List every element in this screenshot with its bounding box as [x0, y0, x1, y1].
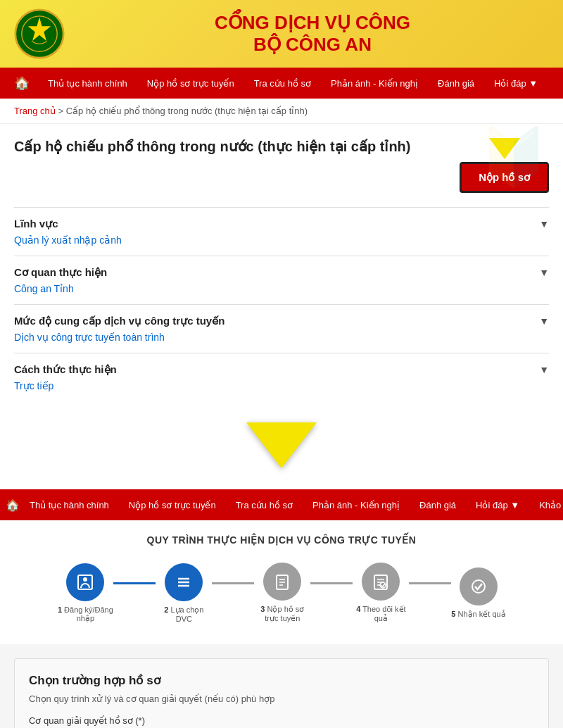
- chevron-down-icon-4: ▼: [539, 364, 549, 375]
- connector-1-2: [113, 582, 156, 584]
- big-arrow-down: [246, 422, 317, 468]
- header: CỔNG DỊCH VỤ CÔNG BỘ CÔNG AN: [0, 0, 563, 68]
- chevron-down-icon: ▼: [539, 218, 549, 230]
- accordion-muc-do: Mức độ cung cấp dịch vụ công trực tuyến …: [14, 304, 549, 353]
- accordion-value-linh-vuc: Quản lý xuất nhập cảnh: [14, 234, 549, 246]
- accordion-value-cach-thuc: Trực tiếp: [14, 380, 549, 391]
- accordion-title-linh-vuc: Lĩnh vực: [14, 218, 58, 230]
- bottom-nav-danh-gia[interactable]: Đánh giá: [410, 489, 466, 520]
- step-circle-5: [460, 567, 498, 605]
- step-label-5: 5 Nhận kết quả: [451, 610, 505, 619]
- header-title1: CỔNG DỊCH VỤ CÔNG: [215, 12, 410, 34]
- step-label-4: 4 Theo dõi kết quả: [353, 605, 409, 623]
- form-section-title: Chọn trường hợp hồ sơ: [29, 673, 534, 688]
- step-3: 3 Nộp hồ sơ trực tuyến: [254, 563, 310, 623]
- bottom-home-icon[interactable]: 🏠: [6, 498, 20, 512]
- step-1: 1 Đăng ký/Đăng nhập: [57, 563, 113, 623]
- bottom-nav-thu-tuc[interactable]: Thủ tục hành chính: [20, 489, 119, 520]
- form-section: Chọn trường hợp hồ sơ Chọn quy trình xử …: [14, 658, 549, 728]
- nav-item-danh-gia[interactable]: Đánh giá: [428, 68, 484, 99]
- form-subtitle: Chọn quy trình xử lý và cơ quan giải quy…: [29, 694, 534, 704]
- co-quan-label: Cơ quan giải quyết hồ sơ (*): [29, 715, 534, 726]
- nop-ho-so-button[interactable]: Nộp hồ sơ: [460, 162, 549, 193]
- accordion-linh-vuc: Lĩnh vực ▼ Quản lý xuất nhập cảnh: [14, 207, 549, 256]
- step-label-1: 1 Đăng ký/Đăng nhập: [57, 605, 113, 623]
- step-5: 5 Nhận kết quả: [451, 567, 505, 619]
- connector-2-3: [212, 582, 254, 584]
- steps-container: 1 Đăng ký/Đăng nhập 2 Lựa chọn DVC: [14, 563, 549, 623]
- step-circle-3: [263, 563, 301, 601]
- step-label-2: 2 Lựa chọn DVC: [156, 605, 212, 623]
- step-4: 4 Theo dõi kết quả: [353, 563, 409, 623]
- accordion-title-co-quan: Cơ quan thực hiện: [14, 266, 107, 279]
- breadcrumb-separator: >: [58, 106, 65, 116]
- connector-4-5: [409, 582, 451, 584]
- arrow-down-indicator: [489, 138, 520, 159]
- bottom-nav-tra-cuu[interactable]: Tra cứu hồ sơ: [226, 489, 303, 520]
- top-nav: 🏠 Thủ tục hành chính Nộp hồ sơ trực tuyế…: [0, 68, 563, 99]
- bottom-nav-nop-ho-so[interactable]: Nộp hồ sơ trực tuyến: [119, 489, 226, 520]
- process-title: QUY TRÌNH THỰC HIỆN DỊCH VỤ CÔNG TRỰC TU…: [14, 534, 549, 546]
- logo: [14, 8, 65, 59]
- chevron-down-icon-2: ▼: [539, 267, 549, 278]
- nop-ho-so-wrapper: Nộp hồ sơ: [460, 138, 549, 193]
- accordion-title-muc-do: Mức độ cung cấp dịch vụ công trực tuyến: [14, 315, 224, 327]
- bottom-nav: 🏠 Thủ tục hành chính Nộp hồ sơ trực tuyế…: [0, 489, 563, 520]
- process-section: QUY TRÌNH THỰC HIỆN DỊCH VỤ CÔNG TRỰC TU…: [0, 520, 563, 644]
- bottom-nav-phan-anh[interactable]: Phản ánh - Kiến nghị: [303, 489, 410, 520]
- accordion-value-co-quan: Công an Tỉnh: [14, 283, 549, 294]
- connector-3-4: [310, 582, 353, 584]
- breadcrumb-home[interactable]: Trang chủ: [14, 106, 56, 116]
- step-circle-1: [66, 563, 104, 601]
- page-title: Cấp hộ chiếu phổ thông trong nước (thực …: [14, 138, 460, 155]
- chevron-down-icon-3: ▼: [539, 315, 549, 327]
- nav-item-tra-cuu[interactable]: Tra cứu hồ sơ: [244, 68, 321, 99]
- step-circle-4: [362, 563, 400, 601]
- nav-item-nop-ho-so[interactable]: Nộp hồ sơ trực tuyến: [137, 68, 244, 99]
- step-label-3: 3 Nộp hồ sơ trực tuyến: [254, 605, 310, 623]
- home-icon[interactable]: 🏠: [6, 75, 38, 91]
- big-arrow-section: [14, 401, 549, 475]
- accordion-value-muc-do: Dịch vụ công trực tuyến toàn trình: [14, 332, 549, 343]
- header-title2: BỘ CÔNG AN: [253, 34, 372, 56]
- bottom-nav-hoi-dap[interactable]: Hỏi đáp ▼: [466, 489, 529, 520]
- accordion-co-quan: Cơ quan thực hiện ▼ Công an Tỉnh: [14, 256, 549, 304]
- breadcrumb: Trang chủ > Cấp hộ chiếu phổ thông trong…: [0, 99, 563, 124]
- accordion-title-cach-thuc: Cách thức thực hiện: [14, 363, 117, 376]
- accordion-cach-thuc: Cách thức thực hiện ▼ Trực tiếp: [14, 353, 549, 401]
- step-2: 2 Lựa chọn DVC: [156, 563, 212, 623]
- nav-item-phan-anh[interactable]: Phản ánh - Kiến nghị: [321, 68, 428, 99]
- bottom-nav-khao-sat[interactable]: Khảo sát: [529, 489, 563, 520]
- breadcrumb-current: Cấp hộ chiếu phổ thông trong nước (thực …: [66, 106, 308, 116]
- nav-item-hoi-dap[interactable]: Hỏi đáp ▼: [484, 68, 548, 99]
- svg-point-17: [472, 580, 485, 593]
- step-circle-2: [165, 563, 203, 601]
- main-content: 🔰 Cấp hộ chiếu phổ thông trong nước (thự…: [0, 124, 563, 489]
- svg-point-4: [83, 577, 87, 582]
- nav-item-thu-tuc[interactable]: Thủ tục hành chính: [38, 68, 137, 99]
